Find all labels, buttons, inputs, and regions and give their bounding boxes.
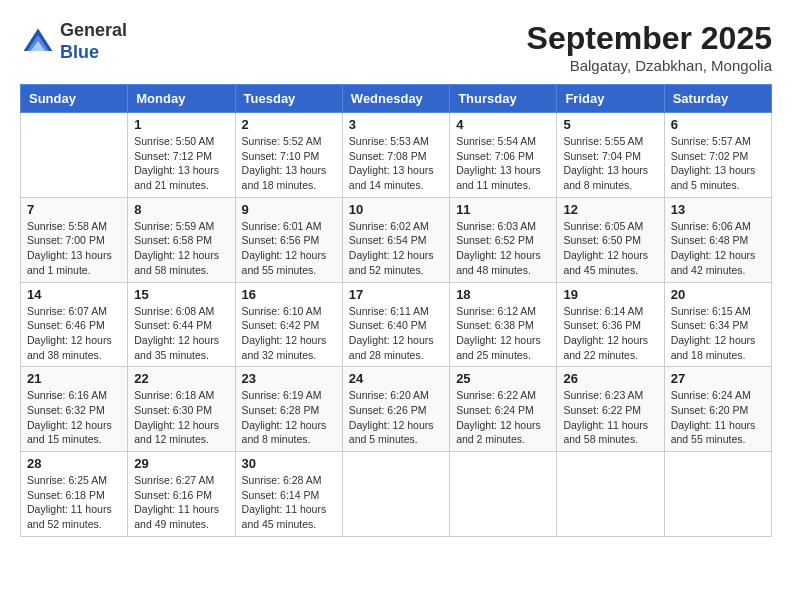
day-number: 15 (134, 287, 228, 302)
day-header-wednesday: Wednesday (342, 85, 449, 113)
day-info: Sunrise: 6:01 AMSunset: 6:56 PMDaylight:… (242, 219, 336, 278)
day-info: Sunrise: 6:28 AMSunset: 6:14 PMDaylight:… (242, 473, 336, 532)
calendar-week-row: 21Sunrise: 6:16 AMSunset: 6:32 PMDayligh… (21, 367, 772, 452)
day-number: 9 (242, 202, 336, 217)
logo-blue-text: Blue (60, 42, 99, 62)
day-info: Sunrise: 5:58 AMSunset: 7:00 PMDaylight:… (27, 219, 121, 278)
day-number: 30 (242, 456, 336, 471)
logo: General Blue (20, 20, 127, 63)
day-info: Sunrise: 6:07 AMSunset: 6:46 PMDaylight:… (27, 304, 121, 363)
day-info: Sunrise: 6:25 AMSunset: 6:18 PMDaylight:… (27, 473, 121, 532)
calendar-cell: 15Sunrise: 6:08 AMSunset: 6:44 PMDayligh… (128, 282, 235, 367)
calendar-week-row: 28Sunrise: 6:25 AMSunset: 6:18 PMDayligh… (21, 452, 772, 537)
calendar-cell: 18Sunrise: 6:12 AMSunset: 6:38 PMDayligh… (450, 282, 557, 367)
day-number: 22 (134, 371, 228, 386)
calendar-cell: 1Sunrise: 5:50 AMSunset: 7:12 PMDaylight… (128, 113, 235, 198)
day-header-sunday: Sunday (21, 85, 128, 113)
day-header-saturday: Saturday (664, 85, 771, 113)
day-info: Sunrise: 6:22 AMSunset: 6:24 PMDaylight:… (456, 388, 550, 447)
day-info: Sunrise: 6:18 AMSunset: 6:30 PMDaylight:… (134, 388, 228, 447)
day-info: Sunrise: 6:15 AMSunset: 6:34 PMDaylight:… (671, 304, 765, 363)
day-number: 17 (349, 287, 443, 302)
day-number: 19 (563, 287, 657, 302)
day-header-thursday: Thursday (450, 85, 557, 113)
calendar-cell: 4Sunrise: 5:54 AMSunset: 7:06 PMDaylight… (450, 113, 557, 198)
day-info: Sunrise: 6:24 AMSunset: 6:20 PMDaylight:… (671, 388, 765, 447)
day-number: 5 (563, 117, 657, 132)
day-info: Sunrise: 6:20 AMSunset: 6:26 PMDaylight:… (349, 388, 443, 447)
day-number: 8 (134, 202, 228, 217)
calendar-cell: 11Sunrise: 6:03 AMSunset: 6:52 PMDayligh… (450, 197, 557, 282)
calendar-week-row: 14Sunrise: 6:07 AMSunset: 6:46 PMDayligh… (21, 282, 772, 367)
day-number: 16 (242, 287, 336, 302)
calendar-cell: 5Sunrise: 5:55 AMSunset: 7:04 PMDaylight… (557, 113, 664, 198)
calendar-header-row: SundayMondayTuesdayWednesdayThursdayFrid… (21, 85, 772, 113)
day-info: Sunrise: 5:50 AMSunset: 7:12 PMDaylight:… (134, 134, 228, 193)
day-info: Sunrise: 5:52 AMSunset: 7:10 PMDaylight:… (242, 134, 336, 193)
calendar-cell: 16Sunrise: 6:10 AMSunset: 6:42 PMDayligh… (235, 282, 342, 367)
calendar-cell: 6Sunrise: 5:57 AMSunset: 7:02 PMDaylight… (664, 113, 771, 198)
day-number: 14 (27, 287, 121, 302)
title-block: September 2025 Balgatay, Dzabkhan, Mongo… (527, 20, 772, 74)
calendar-cell: 29Sunrise: 6:27 AMSunset: 6:16 PMDayligh… (128, 452, 235, 537)
calendar-cell: 2Sunrise: 5:52 AMSunset: 7:10 PMDaylight… (235, 113, 342, 198)
calendar-cell (21, 113, 128, 198)
day-info: Sunrise: 6:02 AMSunset: 6:54 PMDaylight:… (349, 219, 443, 278)
calendar-cell: 26Sunrise: 6:23 AMSunset: 6:22 PMDayligh… (557, 367, 664, 452)
day-header-monday: Monday (128, 85, 235, 113)
day-number: 11 (456, 202, 550, 217)
day-number: 13 (671, 202, 765, 217)
day-number: 3 (349, 117, 443, 132)
logo-general-text: General (60, 20, 127, 40)
day-info: Sunrise: 6:27 AMSunset: 6:16 PMDaylight:… (134, 473, 228, 532)
day-number: 27 (671, 371, 765, 386)
day-number: 23 (242, 371, 336, 386)
day-info: Sunrise: 6:14 AMSunset: 6:36 PMDaylight:… (563, 304, 657, 363)
day-info: Sunrise: 6:19 AMSunset: 6:28 PMDaylight:… (242, 388, 336, 447)
day-number: 28 (27, 456, 121, 471)
day-info: Sunrise: 6:03 AMSunset: 6:52 PMDaylight:… (456, 219, 550, 278)
calendar-table: SundayMondayTuesdayWednesdayThursdayFrid… (20, 84, 772, 537)
calendar-cell (664, 452, 771, 537)
location: Balgatay, Dzabkhan, Mongolia (527, 57, 772, 74)
day-header-tuesday: Tuesday (235, 85, 342, 113)
calendar-cell: 10Sunrise: 6:02 AMSunset: 6:54 PMDayligh… (342, 197, 449, 282)
day-number: 29 (134, 456, 228, 471)
calendar-cell: 23Sunrise: 6:19 AMSunset: 6:28 PMDayligh… (235, 367, 342, 452)
calendar-cell: 14Sunrise: 6:07 AMSunset: 6:46 PMDayligh… (21, 282, 128, 367)
month-title: September 2025 (527, 20, 772, 57)
calendar-cell: 3Sunrise: 5:53 AMSunset: 7:08 PMDaylight… (342, 113, 449, 198)
day-number: 6 (671, 117, 765, 132)
day-number: 1 (134, 117, 228, 132)
calendar-cell: 21Sunrise: 6:16 AMSunset: 6:32 PMDayligh… (21, 367, 128, 452)
day-info: Sunrise: 5:54 AMSunset: 7:06 PMDaylight:… (456, 134, 550, 193)
day-info: Sunrise: 5:59 AMSunset: 6:58 PMDaylight:… (134, 219, 228, 278)
day-info: Sunrise: 6:05 AMSunset: 6:50 PMDaylight:… (563, 219, 657, 278)
calendar-cell (342, 452, 449, 537)
calendar-cell (450, 452, 557, 537)
day-info: Sunrise: 6:11 AMSunset: 6:40 PMDaylight:… (349, 304, 443, 363)
day-info: Sunrise: 6:10 AMSunset: 6:42 PMDaylight:… (242, 304, 336, 363)
calendar-cell: 20Sunrise: 6:15 AMSunset: 6:34 PMDayligh… (664, 282, 771, 367)
day-info: Sunrise: 6:12 AMSunset: 6:38 PMDaylight:… (456, 304, 550, 363)
calendar-week-row: 1Sunrise: 5:50 AMSunset: 7:12 PMDaylight… (21, 113, 772, 198)
logo-icon (20, 24, 56, 60)
day-number: 12 (563, 202, 657, 217)
calendar-cell: 8Sunrise: 5:59 AMSunset: 6:58 PMDaylight… (128, 197, 235, 282)
logo-text: General Blue (60, 20, 127, 63)
day-info: Sunrise: 5:53 AMSunset: 7:08 PMDaylight:… (349, 134, 443, 193)
day-number: 21 (27, 371, 121, 386)
day-header-friday: Friday (557, 85, 664, 113)
day-info: Sunrise: 6:08 AMSunset: 6:44 PMDaylight:… (134, 304, 228, 363)
day-info: Sunrise: 6:16 AMSunset: 6:32 PMDaylight:… (27, 388, 121, 447)
calendar-cell: 27Sunrise: 6:24 AMSunset: 6:20 PMDayligh… (664, 367, 771, 452)
calendar-cell: 9Sunrise: 6:01 AMSunset: 6:56 PMDaylight… (235, 197, 342, 282)
day-info: Sunrise: 5:55 AMSunset: 7:04 PMDaylight:… (563, 134, 657, 193)
day-number: 2 (242, 117, 336, 132)
calendar-cell: 17Sunrise: 6:11 AMSunset: 6:40 PMDayligh… (342, 282, 449, 367)
calendar-week-row: 7Sunrise: 5:58 AMSunset: 7:00 PMDaylight… (21, 197, 772, 282)
calendar-cell: 28Sunrise: 6:25 AMSunset: 6:18 PMDayligh… (21, 452, 128, 537)
calendar-cell: 30Sunrise: 6:28 AMSunset: 6:14 PMDayligh… (235, 452, 342, 537)
day-number: 25 (456, 371, 550, 386)
calendar-cell: 13Sunrise: 6:06 AMSunset: 6:48 PMDayligh… (664, 197, 771, 282)
